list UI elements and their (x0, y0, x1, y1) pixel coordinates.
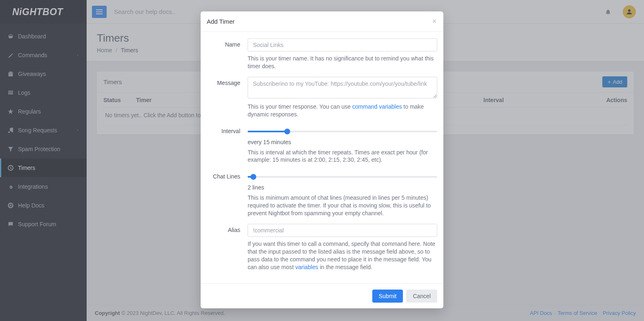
name-label: Name (207, 38, 248, 70)
name-field[interactable] (248, 38, 437, 51)
interval-slider[interactable] (248, 128, 437, 135)
message-field[interactable] (248, 77, 437, 98)
message-help: This is your timer response. You can use… (248, 103, 437, 118)
name-help: This is your timer name. It has no signi… (248, 55, 437, 70)
modal-title: Add Timer (207, 18, 235, 25)
chat-lines-help: This is minimum amount of chat lines (me… (248, 194, 437, 217)
interval-help: This is interval at which the timer repe… (248, 149, 437, 164)
command-variables-link[interactable]: command variables (352, 103, 402, 110)
close-icon[interactable]: × (431, 17, 437, 26)
cancel-button[interactable]: Cancel (406, 290, 437, 303)
chat-lines-label: Chat Lines (207, 170, 248, 217)
interval-label: Interval (207, 125, 248, 164)
interval-value: every 15 minutes (248, 139, 437, 145)
chat-lines-value: 2 lines (248, 184, 437, 191)
alias-label: Alias (207, 224, 248, 271)
alias-help: If you want this timer to call a command… (248, 240, 437, 271)
alias-field[interactable] (248, 224, 437, 237)
message-label: Message (207, 77, 248, 118)
variables-link[interactable]: variables (295, 264, 318, 270)
add-timer-modal: Add Timer × Name This is your timer name… (201, 11, 443, 308)
chat-lines-slider[interactable] (248, 174, 437, 180)
submit-button[interactable]: Submit (372, 290, 403, 303)
